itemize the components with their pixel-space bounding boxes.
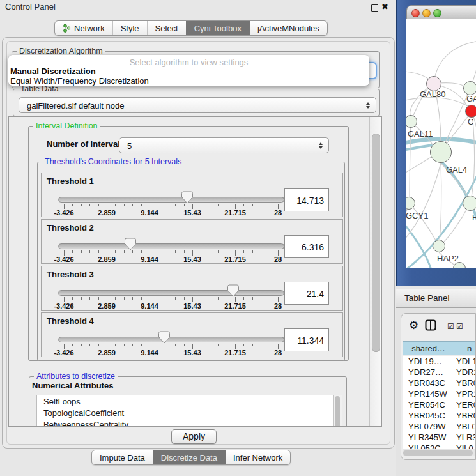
tick-label: 15.43	[183, 302, 201, 310]
tab-impute-data[interactable]: Impute Data	[92, 450, 153, 464]
network-graph: GAL80GACGAL11GAL4GCY1HHAP2	[406, 19, 476, 268]
tab-infer-network[interactable]: Infer Network	[225, 450, 290, 464]
table-row[interactable]: YLR345WYLR3	[403, 432, 475, 443]
slider-thumb[interactable]	[227, 284, 239, 297]
node-label: C	[468, 117, 473, 127]
zoom-traffic-light[interactable]	[433, 9, 441, 17]
scrollbar-thumb[interactable]	[403, 450, 473, 456]
table-row[interactable]: YPR145WYPR1	[403, 388, 475, 399]
node-label: GA	[466, 94, 476, 104]
table-row[interactable]: YDR27…YDR2	[403, 367, 475, 378]
tick-label: 28	[274, 302, 282, 310]
panel-divider[interactable]	[396, 0, 397, 286]
slider-track[interactable]	[58, 290, 284, 296]
num-intervals-label: Number of Intervals	[47, 139, 125, 149]
tick-label: 2.859	[98, 209, 116, 217]
tab-label: Infer Network	[233, 453, 282, 463]
network-node-gal4[interactable]	[430, 141, 452, 163]
cell-name: YLR3	[456, 433, 475, 442]
float-window-icon[interactable]	[371, 4, 378, 12]
cell-shared-name: YBL079W	[408, 422, 446, 431]
network-node-h[interactable]	[463, 196, 476, 211]
thresholds-group: Threshold's Coordinates for 5 Intervals …	[37, 162, 345, 361]
tick-label: 9.144	[141, 349, 158, 357]
node-label: HAP2	[437, 254, 459, 263]
close-traffic-light[interactable]	[411, 9, 420, 17]
minimize-traffic-light[interactable]	[422, 9, 431, 17]
tick-label: 28	[274, 349, 282, 357]
tick-label: -3.426	[54, 349, 73, 357]
table-data-combobox[interactable]: galFiltered.sif default node	[19, 97, 376, 113]
settings-vertical-scrollbar[interactable]	[369, 117, 381, 426]
apply-button[interactable]: Apply	[171, 429, 217, 444]
table-panel-title: Table Panel	[404, 293, 450, 303]
node-label: GAL4	[446, 165, 467, 174]
attribute-item-selfloops[interactable]: SelfLoops	[37, 395, 333, 407]
tab-label: Discretize Data	[161, 453, 217, 463]
table-data-combobox-value: galFiltered.sif default node	[27, 100, 124, 110]
tick-label: 2.859	[98, 349, 116, 357]
num-intervals-combobox[interactable]: 5	[119, 137, 329, 153]
node-label: GAL11	[408, 129, 433, 139]
table-row[interactable]: YBR043CYBR0	[403, 378, 475, 388]
attribute-item-topologicalcoefficient[interactable]: TopologicalCoefficient	[37, 407, 333, 418]
network-window-titlebar	[406, 5, 476, 19]
table-row[interactable]: YDL19…YDL1	[403, 356, 475, 367]
slider-thumb[interactable]	[125, 238, 136, 250]
gear-icon[interactable]: ⚙	[409, 319, 418, 332]
algorithm-dropdown-popup: Select algorithm to view settings Manual…	[8, 55, 369, 86]
checkbox-icon[interactable]: ☑	[447, 322, 454, 331]
network-node-ga[interactable]	[463, 81, 476, 95]
table-horizontal-scrollbar[interactable]	[403, 449, 475, 456]
threshold-value-field[interactable]: 6.316	[284, 235, 329, 258]
network-node-hap2[interactable]	[433, 240, 445, 252]
node-label: GAL80	[420, 89, 445, 99]
network-node-c[interactable]	[465, 105, 476, 118]
column-header-name[interactable]: n	[454, 341, 475, 355]
bottom-tab-bar: Impute DataDiscretize DataInfer Network	[91, 450, 291, 465]
slider-track[interactable]	[58, 197, 284, 203]
cell-name: YBR0	[456, 378, 475, 388]
table-row[interactable]: YER054CYER0	[403, 399, 475, 410]
control-panel-titlebar: Control Panel ✖	[0, 0, 396, 14]
tab-jactivemnodules[interactable]: jActiveMNodules	[249, 21, 327, 35]
attributes-group: Attributes to discretize Numerical Attri…	[29, 376, 347, 427]
tick-label: 21.715	[224, 302, 246, 310]
cell-name: YBR0	[456, 411, 475, 420]
network-icon	[63, 24, 71, 33]
slider-thumb[interactable]	[158, 331, 170, 344]
scrollbar-thumb[interactable]	[372, 134, 380, 352]
table-row[interactable]: YBR045CYBR0	[403, 410, 475, 421]
close-icon[interactable]: ✖	[381, 2, 388, 12]
threshold-value-field[interactable]: 14.713	[284, 188, 329, 211]
slider-track[interactable]	[58, 243, 284, 249]
table-row[interactable]: YIL052CYIL0	[403, 443, 475, 449]
tab-cyni-toolbox[interactable]: Cyni Toolbox	[186, 21, 249, 35]
tab-discretize-data[interactable]: Discretize Data	[153, 450, 225, 464]
slider-track[interactable]	[58, 337, 284, 342]
algorithm-option-manual-discretization[interactable]: Manual Discretization	[10, 66, 96, 76]
tick-label: 21.715	[224, 256, 246, 263]
attributes-list-scrollbar[interactable]	[333, 395, 342, 427]
threshold-value-field[interactable]: 11.344	[284, 328, 329, 351]
panel-title: Control Panel	[5, 2, 56, 12]
table-data-group: Table Data galFiltered.sif default node	[13, 89, 380, 116]
algorithm-group-title: Discretization Algorithm	[17, 47, 105, 56]
tab-style[interactable]: Style	[112, 21, 147, 35]
split-columns-icon[interactable]	[425, 319, 436, 331]
tab-label: jActiveMNodules	[257, 24, 319, 33]
tab-network[interactable]: Network	[55, 21, 112, 35]
threshold-label: Threshold 4	[47, 316, 94, 326]
column-header-shared-name[interactable]: shared…	[403, 341, 454, 355]
table-row[interactable]: YBL079WYBL0	[403, 421, 475, 432]
numerical-attributes-label: Numerical Attributes	[32, 381, 113, 390]
checkbox-icon[interactable]: ☑	[456, 322, 463, 331]
tab-label: Select	[155, 24, 178, 33]
algorithm-option-equal-width-frequency-discretization[interactable]: Equal Width/Frequency Discretization	[10, 76, 149, 86]
slider-thumb[interactable]	[181, 191, 193, 204]
tab-select[interactable]: Select	[147, 21, 186, 35]
attribute-item-betweennesscentrality[interactable]: BetweennessCentrality	[37, 418, 333, 427]
cell-shared-name: YDR27…	[408, 367, 443, 377]
tick-label: 9.144	[141, 302, 158, 310]
threshold-value-field[interactable]: 21.4	[284, 282, 329, 305]
